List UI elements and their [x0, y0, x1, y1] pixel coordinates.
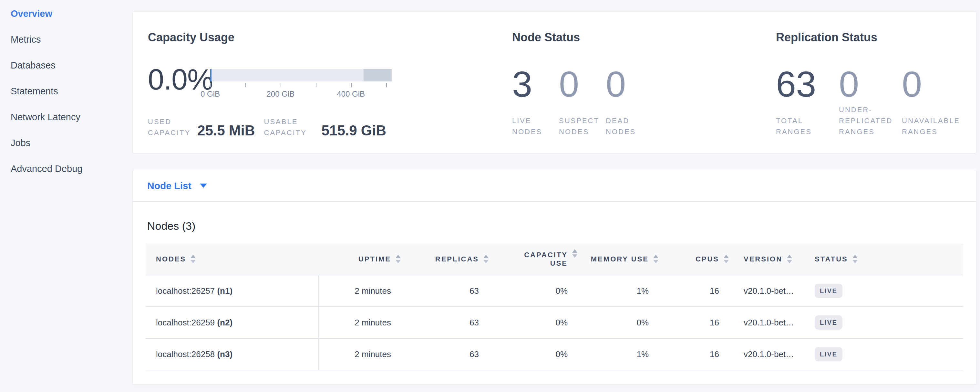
capacity-usage-chart-row: 0.0% [148, 65, 512, 99]
node-status-stats: 3 LIVE NODES 0 SUSPECT NODES 0 DEAD NODE… [512, 66, 776, 137]
sort-icon [653, 255, 659, 263]
sidebar-item-databases[interactable]: Databases [0, 53, 132, 78]
capacity-bar-other-segment [364, 69, 392, 81]
cluster-summary-card: Capacity Usage 0.0% [132, 11, 977, 153]
cockroachdb-admin-ui: Overview Metrics Databases Statements Ne… [0, 0, 980, 392]
node-status-title: Node Status [512, 30, 776, 45]
column-label: MEMORY USE [591, 255, 649, 263]
version-cell: v20.1.0-bet… [737, 338, 811, 370]
status-cell: LIVE [811, 307, 963, 338]
sort-icon [787, 255, 792, 263]
column-header-cpus[interactable]: CPUS [667, 243, 737, 275]
under-replicated-ranges-value: 0 [839, 66, 902, 102]
memory-use-cell: 1% [586, 338, 667, 370]
capacity-use-cell: 0% [497, 275, 586, 307]
nodes-table-title: Nodes (3) [147, 219, 976, 233]
dead-nodes-label: DEAD NODES [606, 104, 652, 137]
column-header-status[interactable]: STATUS [811, 243, 963, 275]
unavailable-ranges-label: UNAVAILABLE RANGES [902, 104, 965, 137]
sort-icon [724, 255, 729, 263]
node-status-section: Node Status 3 LIVE NODES 0 SUSPECT NODES… [512, 30, 776, 138]
column-header-nodes[interactable]: NODES [146, 243, 318, 275]
suspect-nodes-label: SUSPECT NODES [559, 104, 606, 137]
under-replicated-ranges-stat: 0 UNDER-REPLICATED RANGES [839, 66, 902, 137]
node-list-dropdown-label: Node List [147, 180, 191, 191]
node-id: (n2) [217, 318, 232, 327]
replication-status-title: Replication Status [776, 30, 976, 45]
replicas-cell: 63 [409, 275, 497, 307]
capacity-usage-stats: USED CAPACITY 25.5 MiB USABLE CAPACITY 5… [148, 116, 512, 138]
sidebar-item-network-latency[interactable]: Network Latency [0, 104, 132, 130]
status-cell: LIVE [811, 275, 963, 307]
node-address-cell: localhost:26257 (n1) [146, 275, 318, 307]
node-list-card-header: Node List [133, 170, 976, 202]
memory-use-cell: 0% [586, 307, 667, 338]
column-header-uptime[interactable]: UPTIME [318, 243, 409, 275]
column-label: NODES [156, 255, 186, 263]
capacity-bar [210, 69, 392, 81]
total-ranges-stat: 63 TOTAL RANGES [776, 66, 839, 137]
node-id: (n3) [217, 349, 232, 359]
sort-icon [572, 249, 578, 258]
sort-icon [396, 255, 401, 263]
sidebar-item-metrics[interactable]: Metrics [0, 27, 132, 53]
usable-capacity-value: 515.9 GiB [321, 123, 387, 138]
capacity-use-cell: 0% [497, 307, 586, 338]
capacity-usage-section: Capacity Usage 0.0% [148, 30, 512, 138]
status-badge: LIVE [815, 316, 842, 330]
capacity-axis-ticks [210, 81, 392, 87]
axis-label: 200 GiB [267, 89, 295, 99]
capacity-bar-chart: 0 GiB 200 GiB 400 GiB [210, 69, 392, 99]
status-badge: LIVE [815, 347, 842, 361]
live-nodes-stat: 3 LIVE NODES [512, 66, 559, 137]
total-ranges-label: TOTAL RANGES [776, 104, 839, 137]
table-row[interactable]: localhost:26258 (n3) 2 minutes 63 0% 1% … [146, 338, 963, 370]
column-label: VERSION [744, 255, 783, 263]
uptime-cell: 2 minutes [318, 307, 409, 338]
nodes-table: NODES UPTIME REPLICAS CAPACITY USE [146, 243, 963, 370]
capacity-axis-labels: 0 GiB 200 GiB 400 GiB [210, 89, 392, 99]
main-content: Capacity Usage 0.0% [132, 0, 980, 392]
dead-nodes-value: 0 [606, 66, 652, 102]
cpus-cell: 16 [667, 307, 737, 338]
total-ranges-value: 63 [776, 66, 839, 102]
column-header-capacity-use[interactable]: CAPACITY USE [497, 243, 586, 275]
sidebar-item-statements[interactable]: Statements [0, 78, 132, 104]
sidebar-item-jobs[interactable]: Jobs [0, 130, 132, 156]
table-row[interactable]: localhost:26257 (n1) 2 minutes 63 0% 1% … [146, 275, 963, 307]
sidebar: Overview Metrics Databases Statements Ne… [0, 0, 132, 392]
table-row[interactable]: localhost:26259 (n2) 2 minutes 63 0% 0% … [146, 307, 963, 338]
live-nodes-label: LIVE NODES [512, 104, 559, 137]
node-list-card: Node List Nodes (3) NODES [132, 170, 977, 384]
under-replicated-ranges-label: UNDER-REPLICATED RANGES [839, 104, 902, 137]
column-header-replicas[interactable]: REPLICAS [409, 243, 497, 275]
column-label: REPLICAS [435, 255, 479, 263]
used-capacity-label: USED CAPACITY [148, 116, 197, 138]
live-nodes-value: 3 [512, 66, 559, 102]
column-header-memory-use[interactable]: MEMORY USE [586, 243, 667, 275]
capacity-usage-title: Capacity Usage [148, 30, 512, 45]
node-address-cell: localhost:26259 (n2) [146, 307, 318, 338]
unavailable-ranges-value: 0 [902, 66, 965, 102]
sort-icon [853, 255, 858, 263]
cpus-cell: 16 [667, 338, 737, 370]
chevron-down-icon [200, 183, 207, 188]
sort-icon [484, 255, 488, 263]
sidebar-item-overview[interactable]: Overview [0, 1, 132, 27]
axis-label: 400 GiB [337, 89, 365, 99]
suspect-nodes-stat: 0 SUSPECT NODES [559, 66, 606, 137]
status-cell: LIVE [811, 338, 963, 370]
replicas-cell: 63 [409, 338, 497, 370]
column-header-version[interactable]: VERSION [737, 243, 811, 275]
suspect-nodes-value: 0 [559, 66, 606, 102]
column-label: CPUS [695, 255, 719, 263]
version-cell: v20.1.0-bet… [737, 307, 811, 338]
status-badge: LIVE [815, 284, 842, 298]
dead-nodes-stat: 0 DEAD NODES [606, 66, 652, 137]
uptime-cell: 2 minutes [318, 275, 409, 307]
usable-capacity-label: USABLE CAPACITY [264, 116, 321, 138]
sidebar-item-advanced-debug[interactable]: Advanced Debug [0, 156, 132, 182]
used-capacity-value: 25.5 MiB [197, 123, 255, 138]
nodes-table-header-row: NODES UPTIME REPLICAS CAPACITY USE [146, 243, 963, 275]
node-list-dropdown[interactable]: Node List [147, 180, 207, 191]
